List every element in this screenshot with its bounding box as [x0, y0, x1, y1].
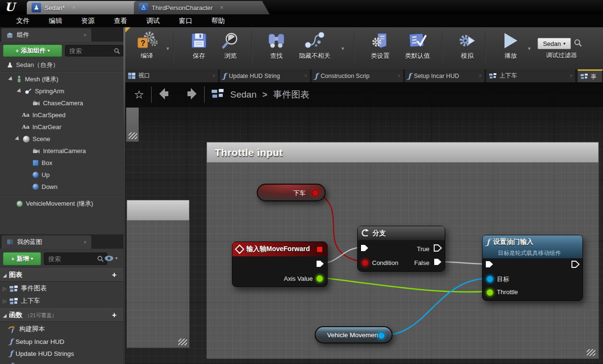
components-search[interactable] [65, 45, 123, 56]
divider [0, 71, 123, 72]
expander-icon[interactable] [17, 88, 22, 94]
hide-unrelated-options-caret[interactable]: ▾ [341, 45, 344, 52]
throttle-pin-green[interactable] [486, 289, 493, 296]
save-button[interactable]: 保存 [184, 31, 214, 60]
tab-components[interactable]: 组件 × [1, 28, 91, 42]
bookmark-star-icon[interactable]: ☆ [134, 88, 144, 101]
class-settings-button[interactable]: 类设置 [364, 31, 396, 60]
resize-grip-icon[interactable] [178, 339, 187, 345]
event-graph-canvas[interactable]: ☆ Sedan > 事件图表 [125, 82, 603, 364]
false-exec-pin[interactable] [434, 258, 442, 267]
browse-button[interactable]: 浏览 [215, 31, 246, 60]
close-icon[interactable]: × [304, 73, 307, 78]
component-row-mesh[interactable]: Mesh (继承) [0, 73, 132, 85]
close-icon[interactable]: × [84, 239, 87, 245]
target-pin-blue[interactable] [486, 276, 493, 283]
find-button[interactable]: 查找 [262, 31, 291, 60]
node-set-throttle-input[interactable]: ƒ 设置油门输入 目标是轮式载具移动组件 目标 Throttle [482, 235, 583, 301]
menu-help[interactable]: 帮助 [202, 14, 234, 27]
close-icon[interactable]: × [220, 4, 223, 11]
function-item-update-hud-strings[interactable]: ƒ Update HUD Strings [0, 348, 133, 359]
resize-grip-icon[interactable] [587, 349, 595, 356]
menu-file[interactable]: 文件 [7, 14, 39, 27]
expander-icon[interactable] [8, 76, 14, 82]
my-blueprint-search[interactable] [44, 253, 107, 265]
asset-tab-sedan[interactable]: ♟ Sedan* × [27, 1, 148, 14]
text-render-icon: Aa [22, 124, 30, 130]
play-options-caret[interactable]: ▾ [528, 45, 531, 52]
true-exec-pin[interactable] [434, 244, 442, 254]
expander-icon[interactable] [15, 136, 21, 142]
node-inputaxis-moveforward[interactable]: 输入轴MoveForward Axis Value [232, 242, 328, 287]
exec-in-pin[interactable] [361, 244, 369, 254]
visibility-eye-icon[interactable] [104, 255, 114, 262]
component-row-scene[interactable]: Scene [0, 133, 139, 145]
expander-icon[interactable]: ▷ [3, 298, 7, 304]
asset-tab-thirdpersoncharacter[interactable]: ♙ ThirdPersonCharacter × [134, 1, 270, 14]
close-icon[interactable]: × [212, 73, 215, 78]
play-button[interactable]: 播放 [495, 31, 526, 60]
comment-header-partial[interactable] [127, 200, 189, 221]
close-icon[interactable]: × [84, 32, 87, 38]
doc-tab-event-graph[interactable]: 事 [578, 69, 603, 82]
close-icon[interactable]: × [397, 73, 400, 78]
function-item-partial[interactable]: ƒ [0, 360, 133, 364]
close-icon[interactable]: × [479, 73, 482, 78]
my-blueprint-search-input[interactable] [47, 255, 97, 263]
exec-out-pin[interactable] [316, 260, 324, 269]
exec-in-pin[interactable] [485, 261, 493, 270]
function-item-setup-incar-hud[interactable]: ƒ Setup Incar HUD [0, 336, 133, 347]
axis-value-pin-green[interactable] [316, 275, 323, 282]
doc-tab-setup-incar-hud[interactable]: ƒ Setup Incar HUD × [405, 69, 485, 82]
node-event-exit-car[interactable]: 下车 [257, 184, 326, 201]
menu-asset[interactable]: 资源 [72, 14, 104, 27]
graph-item-enter-exit-car[interactable]: ▷ 上下车 [0, 295, 126, 307]
comment-body-partial[interactable] [127, 221, 189, 348]
section-functions[interactable]: ◢ 函数 （21可覆盖） + [0, 309, 123, 322]
add-function-button[interactable]: + [109, 310, 120, 320]
graph-item-event-graph[interactable]: ▷ 事件图表 [0, 283, 126, 294]
close-icon[interactable]: × [72, 4, 76, 11]
function-icon: ƒ [486, 237, 490, 247]
exec-pin-red[interactable] [312, 189, 319, 197]
node-branch[interactable]: 分支 Condition True False [357, 226, 445, 272]
debug-object-dropdown[interactable]: Sedan ▾ [537, 38, 571, 49]
menu-view[interactable]: 查看 [104, 14, 137, 27]
breadcrumb-root[interactable]: Sedan [230, 89, 257, 100]
variable-out-pin-blue[interactable] [378, 332, 385, 339]
menu-debug[interactable]: 调试 [137, 14, 169, 27]
add-graph-button[interactable]: + [109, 270, 120, 280]
component-row-vehiclemovement[interactable]: VehicleMovement (继承) [0, 198, 140, 210]
components-search-input[interactable] [68, 47, 114, 55]
class-defaults-button[interactable]: 类默认值 [399, 31, 436, 60]
add-component-button[interactable]: + 添加组件 ▾ [3, 44, 62, 57]
condition-pin-red[interactable] [362, 259, 369, 266]
tab-my-blueprint[interactable]: 我的蓝图 × [1, 235, 91, 249]
component-row-sedan-self[interactable]: ♟ Sedan（自身） [0, 59, 130, 71]
component-row-springarm[interactable]: SpringArm [0, 85, 141, 97]
hide-unrelated-button[interactable]: 隐藏不相关 [292, 31, 338, 60]
function-item-construction-script[interactable]: ƒ 构建脚本 [0, 323, 131, 335]
menu-window[interactable]: 窗口 [169, 14, 202, 27]
condition-pin-label: Condition [372, 259, 398, 266]
doc-tab-update-hud-string[interactable]: ƒ Update HUD String × [220, 69, 311, 82]
compile-options-caret[interactable]: ▾ [166, 45, 169, 52]
back-arrow-icon[interactable] [158, 88, 173, 102]
debug-search-icon[interactable] [574, 39, 582, 49]
menu-edit[interactable]: 编辑 [39, 14, 72, 27]
doc-tab-construction-script[interactable]: ƒ Construction Scrip × [312, 69, 404, 82]
new-button[interactable]: + 新增 ▾ [3, 252, 41, 265]
section-graphs[interactable]: ◢ 图表 + [0, 268, 123, 282]
comment-header-throttle-input[interactable]: Throttle input [207, 142, 599, 163]
simulate-button[interactable]: 模拟 [452, 31, 482, 60]
compile-button[interactable]: ? 编译 [130, 31, 164, 60]
chevron-down-icon[interactable]: ▾ [115, 255, 118, 261]
exec-out-pin[interactable] [571, 261, 580, 270]
forward-arrow-icon[interactable] [183, 88, 197, 102]
doc-tab-enter-exit-car[interactable]: 上下车 × [486, 69, 576, 82]
close-icon[interactable]: × [570, 73, 572, 78]
node-variable-vehicle-movement[interactable]: Vehicle Movement [315, 326, 393, 343]
expander-icon[interactable]: ▷ [3, 286, 7, 291]
resize-grip-icon[interactable] [129, 132, 137, 139]
doc-tab-viewport[interactable]: 视口 × [125, 69, 219, 82]
